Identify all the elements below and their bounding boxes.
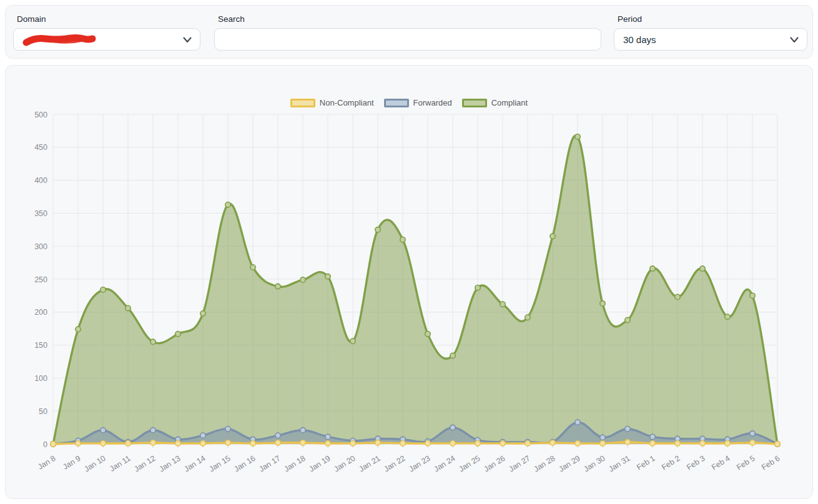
data-point[interactable] [200,441,205,446]
y-axis-tick-label: 100 [34,374,47,383]
data-point[interactable] [175,331,180,336]
data-point[interactable] [550,440,555,445]
data-point[interactable] [700,266,705,271]
data-point[interactable] [500,441,505,446]
data-point[interactable] [150,428,155,433]
x-axis-tick-label: Jan 11 [108,454,132,473]
data-point[interactable] [675,294,680,299]
data-point[interactable] [750,293,755,298]
data-point[interactable] [450,441,455,446]
x-axis-tick-label: Jan 24 [432,454,456,474]
legend-swatch [290,99,315,107]
data-point[interactable] [150,339,155,344]
data-point[interactable] [126,441,131,446]
data-point[interactable] [600,435,605,440]
data-point[interactable] [101,428,106,433]
data-point[interactable] [750,431,755,436]
series-compliant [51,134,780,447]
data-point[interactable] [300,440,305,445]
data-point[interactable] [650,434,655,439]
legend-item-forwarded[interactable]: Forwarded [384,98,452,107]
data-point[interactable] [76,327,81,332]
data-point[interactable] [650,441,655,446]
data-point[interactable] [525,441,530,446]
data-point[interactable] [126,305,131,310]
data-point[interactable] [600,441,605,446]
x-axis-tick-label: Feb 3 [685,454,707,472]
data-point[interactable] [150,440,155,445]
data-point[interactable] [575,420,580,425]
data-point[interactable] [225,440,230,445]
data-point[interactable] [450,353,455,358]
data-point[interactable] [775,442,780,447]
data-point[interactable] [350,441,355,446]
data-point[interactable] [425,331,430,336]
x-axis-tick-label: Jan 18 [282,454,307,474]
data-point[interactable] [175,441,180,446]
x-axis-tick-label: Jan 20 [332,454,357,474]
data-point[interactable] [625,440,630,445]
legend-item-non-compliant[interactable]: Non-Compliant [290,98,374,107]
chevron-down-icon [790,37,799,43]
data-point[interactable] [275,433,280,438]
data-point[interactable] [300,428,305,433]
data-point[interactable] [225,427,230,432]
x-axis-tick-label: Jan 30 [582,454,606,474]
data-point[interactable] [76,441,81,446]
data-point[interactable] [625,317,630,322]
data-point[interactable] [700,441,705,446]
y-axis-tick-label: 250 [34,275,47,284]
x-axis-tick-label: Jan 13 [157,454,182,474]
data-point[interactable] [325,441,330,446]
x-axis-tick-label: Jan 25 [457,454,481,474]
y-axis-tick-label: 300 [34,242,47,251]
data-point[interactable] [250,441,255,446]
data-point[interactable] [200,433,205,438]
y-axis-tick-label: 500 [34,111,47,119]
data-point[interactable] [675,441,680,446]
data-point[interactable] [375,440,380,445]
data-point[interactable] [325,434,330,439]
x-axis-tick-label: Feb 4 [710,454,732,472]
redaction-scribble [20,31,101,50]
filter-bar: Domain Search Period 30 days [5,5,813,59]
legend-item-compliant[interactable]: Compliant [462,98,528,107]
x-axis-tick-label: Jan 31 [607,454,631,474]
data-point[interactable] [525,315,530,320]
y-axis-tick-label: 200 [34,308,47,317]
data-point[interactable] [425,441,430,446]
data-point[interactable] [650,266,655,271]
data-point[interactable] [725,441,730,446]
data-point[interactable] [225,202,230,207]
domain-select[interactable] [13,28,200,51]
data-point[interactable] [475,285,480,290]
data-point[interactable] [450,425,455,430]
data-point[interactable] [300,277,305,282]
data-point[interactable] [600,301,605,306]
data-point[interactable] [275,284,280,289]
x-axis-tick-label: Jan 10 [82,454,107,474]
data-point[interactable] [575,134,580,139]
data-point[interactable] [500,302,505,307]
data-point[interactable] [51,442,56,447]
x-axis-tick-label: Jan 12 [132,454,157,474]
period-select[interactable]: 30 days [614,28,807,51]
data-point[interactable] [350,338,355,343]
data-point[interactable] [325,274,330,279]
data-point[interactable] [550,234,555,239]
data-point[interactable] [575,441,580,446]
data-point[interactable] [400,237,405,242]
data-point[interactable] [725,314,730,319]
data-point[interactable] [400,441,405,446]
data-point[interactable] [275,440,280,445]
data-point[interactable] [375,227,380,232]
search-input[interactable] [214,28,601,51]
compliance-area-chart[interactable]: 050100150200250300350400450500Jan 8Jan 9… [6,66,812,498]
data-point[interactable] [625,427,630,432]
data-point[interactable] [750,440,755,445]
data-point[interactable] [475,441,480,446]
data-point[interactable] [101,441,106,446]
data-point[interactable] [101,287,106,292]
data-point[interactable] [250,265,255,270]
data-point[interactable] [200,311,205,316]
